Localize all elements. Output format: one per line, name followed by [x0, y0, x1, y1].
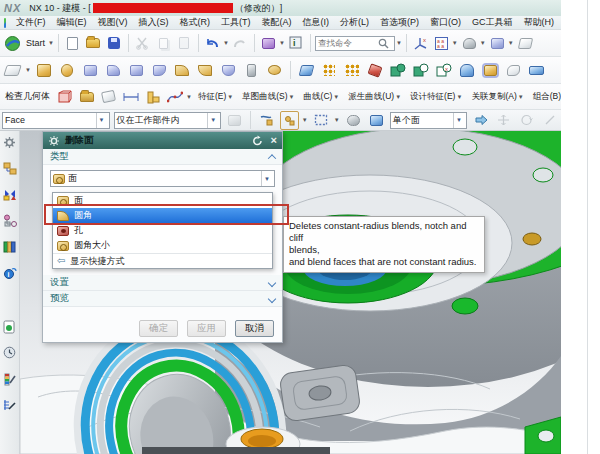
option-blend-size[interactable]: 圆角大小 — [53, 238, 272, 253]
highlight-hidden-icon[interactable] — [344, 111, 363, 130]
mirror-feature-icon[interactable] — [366, 61, 385, 80]
datum-csys-icon[interactable]: x — [411, 34, 430, 53]
menu-design-feature-group[interactable]: 设计特征(E)▼ — [407, 91, 465, 103]
marquee-dropdown-icon[interactable]: ▼ — [334, 117, 340, 123]
sheet-icon[interactable] — [516, 34, 535, 53]
ok-button[interactable]: 确定 — [139, 320, 178, 337]
delete-face-tool-icon[interactable] — [259, 34, 278, 53]
part-navigator-icon[interactable] — [2, 213, 17, 228]
mouse-dropdown-icon[interactable]: ▼ — [480, 40, 486, 46]
undo-dropdown-icon[interactable]: ▼ — [223, 40, 229, 46]
extrude-icon[interactable] — [35, 61, 54, 80]
web-browser-icon[interactable]: i — [2, 265, 17, 280]
menu-format[interactable]: 格式(R) — [175, 16, 216, 29]
menu-tools[interactable]: 工具(T) — [216, 16, 256, 29]
trim-body-icon[interactable] — [527, 61, 546, 80]
option-hole[interactable]: 孔 — [53, 223, 272, 238]
menu-window[interactable]: 窗口(O) — [425, 16, 466, 29]
bounded-plane-icon[interactable] — [77, 87, 96, 106]
shell-icon[interactable] — [219, 61, 238, 80]
delete-dropdown-icon[interactable]: ▼ — [279, 40, 285, 46]
start-dropdown-icon[interactable]: ▼ — [48, 40, 54, 46]
spline-icon[interactable] — [165, 87, 184, 106]
pattern-feature-icon[interactable] — [320, 61, 339, 80]
apply-button[interactable]: 应用 — [187, 320, 226, 337]
revolve-icon[interactable] — [58, 61, 77, 80]
move-handle-icon[interactable] — [494, 111, 513, 130]
shaded-solid-icon[interactable] — [367, 111, 386, 130]
sketch-icon[interactable] — [3, 61, 22, 80]
thread-icon[interactable] — [242, 61, 261, 80]
selection-scope-combo[interactable]: 仅在工作部件内 ▼ — [114, 112, 222, 129]
examine-geometry-label[interactable]: 检查几何体 — [3, 90, 52, 103]
system-materials-icon[interactable] — [2, 397, 17, 412]
history-palette-icon[interactable] — [2, 319, 17, 334]
ruler-icon[interactable] — [143, 87, 162, 106]
start-button[interactable]: Start — [24, 38, 47, 48]
offset-scale-icon[interactable] — [265, 61, 284, 80]
chamfer-icon[interactable] — [196, 61, 215, 80]
measure-icon[interactable] — [99, 87, 118, 106]
patch-icon[interactable] — [504, 61, 523, 80]
preview-section-header[interactable]: 预览 — [43, 291, 282, 307]
redo-button[interactable] — [231, 34, 250, 53]
type-combo[interactable]: 面 ▼ — [50, 170, 275, 187]
menu-assemblies[interactable]: 装配(A) — [257, 16, 297, 29]
face-rule-combo[interactable]: 单个面 ▼ — [390, 112, 467, 129]
edge-blend-icon[interactable] — [173, 61, 192, 80]
enclose-icon[interactable] — [481, 61, 500, 80]
measure-distance-icon[interactable] — [121, 87, 140, 106]
start-globe-icon[interactable] — [3, 34, 22, 53]
settings-section-header[interactable]: 设置 — [43, 275, 282, 291]
roles-palette-icon[interactable] — [2, 371, 17, 386]
menu-derived-curve-group[interactable]: 派生曲线(U)▼ — [345, 91, 404, 103]
subtract-icon[interactable] — [412, 61, 431, 80]
menu-feature-group[interactable]: 特征(E)▼ — [195, 91, 236, 103]
option-face[interactable]: 面 — [53, 193, 272, 208]
option-show-shortcuts[interactable]: ⇦ 显示快捷方式 — [53, 253, 272, 268]
boss-feature-icon[interactable] — [104, 61, 123, 80]
roles-gear-icon[interactable] — [2, 135, 17, 150]
menu-analysis[interactable]: 分析(L) — [335, 16, 374, 29]
search-dropdown-icon[interactable]: ▼ — [396, 40, 402, 46]
dialog-header[interactable]: 删除面 × — [43, 132, 282, 149]
window-display-icon[interactable]: a aa a — [432, 34, 451, 53]
undo-button[interactable] — [203, 34, 222, 53]
graphics-window[interactable]: 删除面 × 类型 面 ▼ — [20, 131, 561, 454]
type-section-header[interactable]: 类型 — [43, 149, 282, 165]
unite-icon[interactable] — [389, 61, 408, 80]
paste-icon[interactable] — [175, 34, 194, 53]
menu-edit[interactable]: 编辑(E) — [52, 16, 92, 29]
hole-feature-icon[interactable] — [81, 61, 100, 80]
pocket-feature-icon[interactable] — [127, 61, 146, 80]
menu-insert[interactable]: 插入(S) — [134, 16, 174, 29]
menu-associative-copy-group[interactable]: 关联复制(A)▼ — [468, 91, 526, 103]
intersect-icon[interactable]: x — [435, 61, 454, 80]
search-input[interactable] — [318, 38, 378, 48]
marquee-select-icon[interactable] — [312, 111, 331, 130]
copy-icon[interactable] — [154, 34, 173, 53]
command-finder[interactable] — [315, 36, 395, 51]
menu-preferences[interactable]: 首选项(P) — [375, 16, 424, 29]
rotate-handle-icon[interactable] — [517, 111, 536, 130]
spline-dropdown-icon[interactable]: ▼ — [186, 94, 192, 100]
pattern-geometry-icon[interactable] — [343, 61, 362, 80]
open-file-button[interactable] — [84, 34, 103, 53]
save-button[interactable] — [105, 34, 124, 53]
point-on-face-icon[interactable] — [280, 111, 299, 130]
history-clock-icon[interactable] — [2, 345, 17, 360]
sew-icon[interactable] — [458, 61, 477, 80]
line-tool-icon[interactable] — [540, 111, 559, 130]
reuse-library-icon[interactable] — [2, 239, 17, 254]
menu-gc-toolbox[interactable]: GC工具箱 — [467, 16, 518, 29]
info-icon[interactable]: i — [287, 34, 306, 53]
snap-dropdown-icon[interactable]: ▼ — [302, 117, 308, 123]
menu-help[interactable]: 帮助(H) — [519, 16, 560, 29]
dialog-close-icon[interactable]: × — [271, 135, 277, 146]
window-dropdown-icon[interactable]: ▼ — [452, 40, 458, 46]
view-dropdown-icon[interactable]: ▼ — [508, 40, 514, 46]
shaded-view-cube-icon[interactable] — [488, 34, 507, 53]
menu-information[interactable]: 信息(I) — [298, 16, 335, 29]
sketch-dropdown-icon[interactable]: ▼ — [25, 67, 31, 73]
new-file-button[interactable] — [63, 34, 82, 53]
